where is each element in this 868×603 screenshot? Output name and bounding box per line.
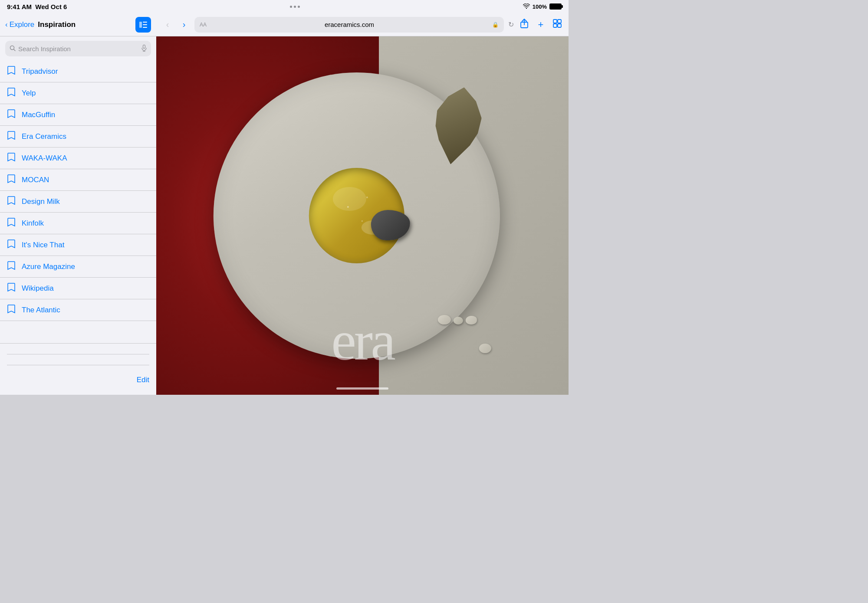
lock-icon: 🔒 bbox=[492, 22, 499, 28]
battery-percentage: 100% bbox=[533, 3, 547, 10]
bookmark-icon bbox=[7, 239, 16, 251]
browser-toolbar: ‹ › AA eraceramics.com 🔒 ↻ + bbox=[156, 13, 569, 36]
url-display: eraceramics.com bbox=[210, 21, 489, 28]
bookmark-icon bbox=[7, 304, 16, 316]
svg-rect-6 bbox=[553, 20, 557, 23]
separator bbox=[7, 365, 149, 365]
bookmark-icon bbox=[7, 152, 16, 164]
list-item[interactable]: The Atlantic bbox=[0, 299, 156, 321]
svg-rect-1 bbox=[139, 22, 142, 28]
bookmark-icon bbox=[7, 217, 16, 229]
separator bbox=[7, 354, 149, 354]
microphone-icon[interactable] bbox=[141, 45, 147, 53]
list-item[interactable]: Wikipedia bbox=[0, 278, 156, 299]
website-content: era bbox=[156, 36, 569, 395]
bookmark-icon bbox=[7, 196, 16, 207]
bookmark-label: Tripadvisor bbox=[22, 67, 58, 76]
bookmark-label: MOCAN bbox=[22, 176, 49, 184]
bookmark-label: The Atlantic bbox=[22, 306, 60, 315]
svg-rect-9 bbox=[558, 24, 561, 27]
refresh-button[interactable]: ↻ bbox=[508, 20, 514, 29]
bookmark-icon bbox=[7, 282, 16, 294]
svg-rect-4 bbox=[143, 27, 147, 28]
list-item[interactable]: Azure Magazine bbox=[0, 256, 156, 278]
bookmark-label: Kinfolk bbox=[22, 219, 44, 228]
sidebar-bottom: Edit bbox=[0, 343, 156, 395]
status-bar: 9:41 AM Wed Oct 6 100% bbox=[0, 0, 569, 13]
back-button[interactable]: ‹ bbox=[161, 20, 174, 29]
list-item[interactable]: MOCAN bbox=[0, 169, 156, 191]
svg-rect-8 bbox=[553, 24, 557, 27]
bookmark-label: MacGuffin bbox=[22, 111, 55, 119]
explore-button[interactable]: ‹ Explore bbox=[5, 20, 34, 29]
svg-rect-2 bbox=[143, 22, 147, 23]
status-center bbox=[290, 6, 300, 8]
bookmark-label: WAKA-WAKA bbox=[22, 154, 67, 163]
share-button[interactable] bbox=[518, 19, 530, 30]
address-bar[interactable]: AA eraceramics.com 🔒 bbox=[194, 17, 504, 33]
svg-rect-3 bbox=[143, 24, 147, 25]
bookmark-label: Era Ceramics bbox=[22, 132, 66, 141]
list-item[interactable]: Tripadvisor bbox=[0, 61, 156, 82]
era-logo: era bbox=[156, 312, 569, 369]
sidebar: Search Inspiration bbox=[0, 36, 156, 395]
list-item[interactable]: Yelp bbox=[0, 82, 156, 104]
list-item[interactable]: Kinfolk bbox=[0, 213, 156, 234]
bookmark-icon bbox=[7, 66, 16, 77]
list-item[interactable]: Design Milk bbox=[0, 191, 156, 213]
svg-rect-7 bbox=[558, 20, 561, 23]
bookmark-icon bbox=[7, 261, 16, 272]
reader-mode-button[interactable]: AA bbox=[200, 22, 207, 28]
list-item[interactable]: WAKA-WAKA bbox=[0, 147, 156, 169]
search-icon bbox=[10, 45, 16, 52]
bookmark-label: Design Milk bbox=[22, 197, 60, 206]
search-placeholder: Search Inspiration bbox=[18, 45, 139, 52]
tabs-button[interactable] bbox=[551, 19, 563, 30]
battery-icon bbox=[549, 3, 562, 10]
bookmark-icon bbox=[7, 87, 16, 99]
bookmark-icon bbox=[7, 174, 16, 186]
search-bar[interactable]: Search Inspiration bbox=[5, 41, 151, 56]
add-bookmark-button[interactable]: + bbox=[535, 19, 547, 30]
list-item[interactable]: MacGuffin bbox=[0, 104, 156, 126]
edit-button[interactable]: Edit bbox=[7, 372, 149, 388]
sidebar-nav-bar: ‹ Explore Inspiration bbox=[0, 13, 156, 36]
content-area: era bbox=[156, 36, 569, 395]
chevron-left-icon: ‹ bbox=[5, 20, 8, 29]
search-container: Search Inspiration bbox=[0, 36, 156, 61]
wifi-icon bbox=[523, 3, 530, 10]
sidebar-icon bbox=[139, 22, 147, 28]
bookmark-label: Wikipedia bbox=[22, 284, 54, 293]
svg-rect-11 bbox=[143, 45, 145, 48]
bookmark-label: Yelp bbox=[22, 89, 36, 98]
list-item[interactable]: It's Nice That bbox=[0, 234, 156, 256]
bookmark-label: Azure Magazine bbox=[22, 262, 75, 271]
bookmark-label: It's Nice That bbox=[22, 241, 64, 249]
bookmark-list: Tripadvisor Yelp MacGuffin bbox=[0, 61, 156, 343]
svg-point-0 bbox=[526, 8, 527, 9]
bookmark-icon bbox=[7, 109, 16, 121]
status-right: 100% bbox=[523, 3, 562, 10]
main-layout: Search Inspiration bbox=[0, 36, 569, 395]
sidebar-toggle-button[interactable] bbox=[135, 17, 151, 33]
list-item[interactable]: Era Ceramics bbox=[0, 126, 156, 147]
status-time: 9:41 AM Wed Oct 6 bbox=[7, 3, 67, 10]
forward-button[interactable]: › bbox=[178, 20, 190, 29]
bookmark-icon bbox=[7, 131, 16, 142]
nav-title: Inspiration bbox=[38, 20, 76, 29]
scroll-indicator bbox=[336, 387, 388, 390]
